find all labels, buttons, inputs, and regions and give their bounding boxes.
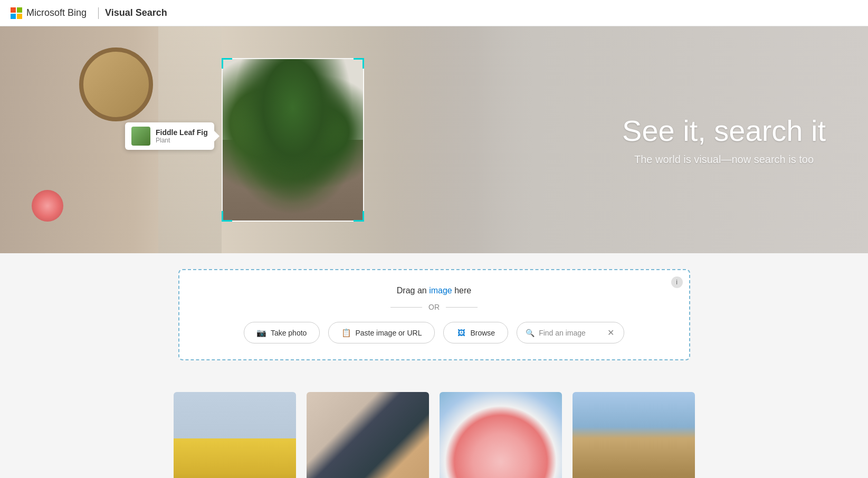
hero-title: See it, search it bbox=[622, 114, 826, 147]
gallery-section bbox=[0, 381, 868, 478]
paste-icon: 📋 bbox=[341, 328, 351, 338]
drag-text-part1: Drag an bbox=[397, 286, 429, 295]
or-label: OR bbox=[428, 303, 440, 311]
browse-button[interactable]: 🖼 Browse bbox=[443, 322, 508, 343]
find-image-input[interactable] bbox=[539, 329, 602, 337]
hero-section: Fiddle Leaf Fig Plant See it, search it … bbox=[0, 26, 868, 253]
hero-subtitle: The world is visual—now search is too bbox=[622, 153, 826, 165]
upload-section: i Drag an image here OR 📷 Take photo 📋 P… bbox=[0, 253, 868, 381]
drag-text-highlight: image bbox=[429, 286, 452, 295]
tooltip-plant-name: Fiddle Leaf Fig bbox=[156, 128, 208, 137]
gallery-item-shoes[interactable] bbox=[307, 392, 429, 478]
microsoft-logo bbox=[11, 7, 22, 19]
page-title: Visual Search bbox=[105, 7, 167, 18]
take-photo-label: Take photo bbox=[271, 329, 307, 337]
paste-image-label: Paste image or URL bbox=[355, 329, 422, 337]
gallery-item-sphinx[interactable] bbox=[573, 392, 695, 478]
selection-corner-bl bbox=[222, 211, 232, 222]
selection-corner-tr bbox=[354, 58, 364, 69]
hero-text-area: See it, search it The world is visual—no… bbox=[622, 114, 826, 166]
drag-text: Drag an image here bbox=[201, 286, 668, 295]
tooltip-plant-type: Plant bbox=[156, 137, 208, 144]
take-photo-button[interactable]: 📷 Take photo bbox=[244, 322, 320, 343]
header-divider bbox=[98, 7, 99, 19]
plant-tooltip: Fiddle Leaf Fig Plant bbox=[125, 122, 214, 150]
info-button[interactable]: i bbox=[671, 276, 683, 288]
plant-image bbox=[223, 59, 363, 221]
drag-text-part2: here bbox=[452, 286, 471, 295]
browse-icon: 🖼 bbox=[456, 328, 466, 338]
camera-icon: 📷 bbox=[257, 328, 266, 338]
browse-label: Browse bbox=[470, 329, 495, 337]
action-buttons-row: 📷 Take photo 📋 Paste image or URL 🖼 Brow… bbox=[201, 322, 668, 343]
selection-corner-br bbox=[354, 211, 364, 222]
paste-image-button[interactable]: 📋 Paste image or URL bbox=[328, 322, 435, 343]
upload-dropzone[interactable]: i Drag an image here OR 📷 Take photo 📋 P… bbox=[178, 269, 690, 360]
gallery-item-flower[interactable] bbox=[440, 392, 562, 478]
find-image-close-button[interactable]: ✕ bbox=[606, 328, 615, 338]
round-mirror bbox=[79, 47, 153, 121]
pink-flower-decor bbox=[32, 190, 63, 222]
plant-highlight-area: Fiddle Leaf Fig Plant bbox=[222, 58, 364, 222]
header: Microsoft Bing Visual Search bbox=[0, 0, 868, 26]
bing-label: Microsoft Bing bbox=[26, 7, 87, 18]
search-icon: 🔍 bbox=[526, 329, 535, 337]
or-divider: OR bbox=[201, 303, 668, 311]
tooltip-thumbnail bbox=[131, 127, 150, 146]
gallery-item-chair[interactable] bbox=[174, 392, 296, 478]
selection-corner-tl bbox=[222, 58, 232, 69]
find-image-container: 🔍 ✕ bbox=[517, 322, 624, 343]
